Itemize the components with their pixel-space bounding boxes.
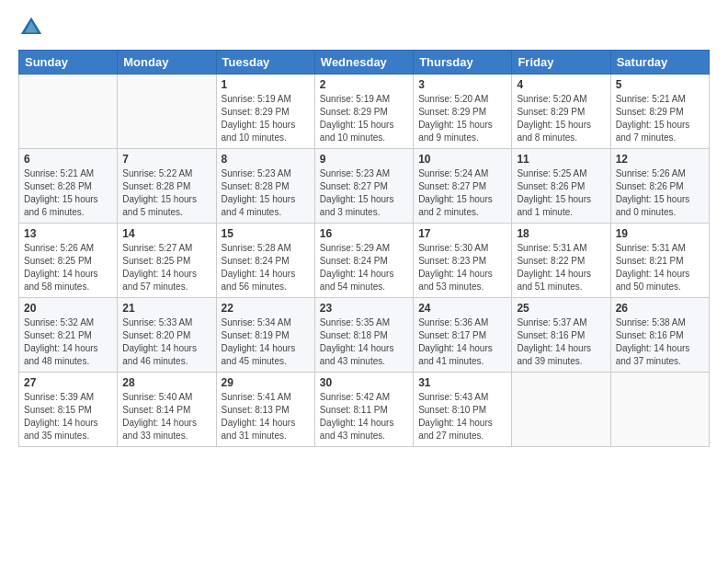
- day-number: 13: [24, 227, 112, 240]
- day-info: Sunrise: 5:21 AM Sunset: 8:28 PM Dayligh…: [24, 167, 112, 219]
- calendar-cell: 26Sunrise: 5:38 AM Sunset: 8:16 PM Dayli…: [610, 298, 709, 373]
- day-info: Sunrise: 5:33 AM Sunset: 8:20 PM Dayligh…: [122, 316, 210, 368]
- calendar-cell: 14Sunrise: 5:27 AM Sunset: 8:25 PM Dayli…: [118, 224, 216, 298]
- day-info: Sunrise: 5:23 AM Sunset: 8:28 PM Dayligh…: [222, 167, 310, 219]
- day-number: 3: [418, 78, 506, 91]
- day-number: 6: [24, 153, 112, 166]
- day-number: 22: [222, 302, 310, 315]
- calendar-cell: 22Sunrise: 5:34 AM Sunset: 8:19 PM Dayli…: [216, 298, 314, 373]
- day-info: Sunrise: 5:24 AM Sunset: 8:27 PM Dayligh…: [418, 167, 506, 219]
- calendar-cell: 28Sunrise: 5:40 AM Sunset: 8:14 PM Dayli…: [118, 373, 216, 447]
- day-number: 8: [222, 153, 310, 166]
- calendar-cell: 3Sunrise: 5:20 AM Sunset: 8:29 PM Daylig…: [414, 75, 512, 149]
- header: [18, 15, 710, 40]
- calendar-cell: 21Sunrise: 5:33 AM Sunset: 8:20 PM Dayli…: [118, 298, 216, 373]
- day-number: 7: [122, 153, 210, 166]
- day-number: 5: [616, 78, 704, 91]
- day-number: 21: [122, 302, 210, 315]
- calendar-cell: 31Sunrise: 5:43 AM Sunset: 8:10 PM Dayli…: [414, 373, 512, 447]
- weekday-header: Friday: [512, 51, 610, 75]
- day-number: 12: [616, 153, 704, 166]
- day-info: Sunrise: 5:30 AM Sunset: 8:23 PM Dayligh…: [418, 242, 506, 293]
- day-number: 24: [418, 302, 506, 315]
- calendar-cell: 27Sunrise: 5:39 AM Sunset: 8:15 PM Dayli…: [19, 373, 118, 447]
- calendar-cell: 2Sunrise: 5:19 AM Sunset: 8:29 PM Daylig…: [314, 75, 413, 149]
- day-info: Sunrise: 5:26 AM Sunset: 8:26 PM Dayligh…: [616, 167, 704, 219]
- day-info: Sunrise: 5:26 AM Sunset: 8:25 PM Dayligh…: [24, 242, 112, 293]
- day-number: 29: [222, 376, 310, 389]
- day-info: Sunrise: 5:32 AM Sunset: 8:21 PM Dayligh…: [24, 316, 112, 368]
- day-number: 19: [616, 227, 704, 240]
- day-info: Sunrise: 5:25 AM Sunset: 8:26 PM Dayligh…: [517, 167, 605, 219]
- day-info: Sunrise: 5:28 AM Sunset: 8:24 PM Dayligh…: [222, 242, 310, 293]
- day-info: Sunrise: 5:43 AM Sunset: 8:10 PM Dayligh…: [418, 391, 506, 442]
- day-number: 9: [320, 153, 408, 166]
- calendar-cell: 12Sunrise: 5:26 AM Sunset: 8:26 PM Dayli…: [610, 149, 709, 224]
- calendar-cell: 10Sunrise: 5:24 AM Sunset: 8:27 PM Dayli…: [414, 149, 512, 224]
- day-number: 15: [222, 227, 310, 240]
- day-number: 30: [320, 376, 408, 389]
- day-number: 4: [517, 78, 605, 91]
- calendar-cell: 25Sunrise: 5:37 AM Sunset: 8:16 PM Dayli…: [512, 298, 610, 373]
- calendar-cell: 5Sunrise: 5:21 AM Sunset: 8:29 PM Daylig…: [610, 75, 709, 149]
- calendar-cell: 29Sunrise: 5:41 AM Sunset: 8:13 PM Dayli…: [216, 373, 314, 447]
- logo: [18, 15, 48, 40]
- weekday-header-row: SundayMondayTuesdayWednesdayThursdayFrid…: [19, 51, 710, 75]
- day-info: Sunrise: 5:31 AM Sunset: 8:22 PM Dayligh…: [517, 242, 605, 293]
- day-number: 27: [24, 376, 112, 389]
- calendar-cell: 17Sunrise: 5:30 AM Sunset: 8:23 PM Dayli…: [414, 224, 512, 298]
- calendar-cell: 16Sunrise: 5:29 AM Sunset: 8:24 PM Dayli…: [314, 224, 413, 298]
- day-info: Sunrise: 5:21 AM Sunset: 8:29 PM Dayligh…: [616, 93, 704, 144]
- day-info: Sunrise: 5:20 AM Sunset: 8:29 PM Dayligh…: [418, 93, 506, 144]
- calendar-cell: 15Sunrise: 5:28 AM Sunset: 8:24 PM Dayli…: [216, 224, 314, 298]
- day-info: Sunrise: 5:29 AM Sunset: 8:24 PM Dayligh…: [320, 242, 408, 293]
- day-info: Sunrise: 5:42 AM Sunset: 8:11 PM Dayligh…: [320, 391, 408, 442]
- calendar-cell: [19, 75, 118, 149]
- calendar-cell: 19Sunrise: 5:31 AM Sunset: 8:21 PM Dayli…: [610, 224, 709, 298]
- day-info: Sunrise: 5:23 AM Sunset: 8:27 PM Dayligh…: [320, 167, 408, 219]
- day-info: Sunrise: 5:38 AM Sunset: 8:16 PM Dayligh…: [616, 316, 704, 368]
- calendar-cell: 6Sunrise: 5:21 AM Sunset: 8:28 PM Daylig…: [19, 149, 118, 224]
- calendar-cell: 11Sunrise: 5:25 AM Sunset: 8:26 PM Dayli…: [512, 149, 610, 224]
- calendar-cell: [512, 373, 610, 447]
- day-number: 23: [320, 302, 408, 315]
- day-info: Sunrise: 5:27 AM Sunset: 8:25 PM Dayligh…: [122, 242, 210, 293]
- day-info: Sunrise: 5:31 AM Sunset: 8:21 PM Dayligh…: [616, 242, 704, 293]
- weekday-header: Thursday: [414, 51, 512, 75]
- weekday-header: Monday: [118, 51, 216, 75]
- calendar-cell: 8Sunrise: 5:23 AM Sunset: 8:28 PM Daylig…: [216, 149, 314, 224]
- day-info: Sunrise: 5:19 AM Sunset: 8:29 PM Dayligh…: [320, 93, 408, 144]
- calendar-cell: 18Sunrise: 5:31 AM Sunset: 8:22 PM Dayli…: [512, 224, 610, 298]
- day-number: 18: [517, 227, 605, 240]
- day-info: Sunrise: 5:41 AM Sunset: 8:13 PM Dayligh…: [222, 391, 310, 442]
- day-number: 31: [418, 376, 506, 389]
- calendar-week-row: 13Sunrise: 5:26 AM Sunset: 8:25 PM Dayli…: [19, 224, 710, 298]
- day-number: 20: [24, 302, 112, 315]
- day-number: 14: [122, 227, 210, 240]
- day-number: 17: [418, 227, 506, 240]
- day-number: 1: [222, 78, 310, 91]
- day-info: Sunrise: 5:34 AM Sunset: 8:19 PM Dayligh…: [222, 316, 310, 368]
- calendar-table: SundayMondayTuesdayWednesdayThursdayFrid…: [18, 50, 710, 447]
- day-info: Sunrise: 5:40 AM Sunset: 8:14 PM Dayligh…: [122, 391, 210, 442]
- calendar-cell: [610, 373, 709, 447]
- day-number: 28: [122, 376, 210, 389]
- day-info: Sunrise: 5:22 AM Sunset: 8:28 PM Dayligh…: [122, 167, 210, 219]
- calendar-cell: 30Sunrise: 5:42 AM Sunset: 8:11 PM Dayli…: [314, 373, 413, 447]
- day-number: 10: [418, 153, 506, 166]
- day-info: Sunrise: 5:36 AM Sunset: 8:17 PM Dayligh…: [418, 316, 506, 368]
- calendar-cell: 24Sunrise: 5:36 AM Sunset: 8:17 PM Dayli…: [414, 298, 512, 373]
- day-number: 25: [517, 302, 605, 315]
- calendar-week-row: 20Sunrise: 5:32 AM Sunset: 8:21 PM Dayli…: [19, 298, 710, 373]
- weekday-header: Sunday: [19, 51, 118, 75]
- day-number: 16: [320, 227, 408, 240]
- logo-icon: [18, 15, 44, 40]
- page: SundayMondayTuesdayWednesdayThursdayFrid…: [0, 0, 728, 563]
- day-number: 11: [517, 153, 605, 166]
- calendar-week-row: 6Sunrise: 5:21 AM Sunset: 8:28 PM Daylig…: [19, 149, 710, 224]
- calendar-week-row: 1Sunrise: 5:19 AM Sunset: 8:29 PM Daylig…: [19, 75, 710, 149]
- calendar-cell: [118, 75, 216, 149]
- day-info: Sunrise: 5:19 AM Sunset: 8:29 PM Dayligh…: [222, 93, 310, 144]
- day-number: 26: [616, 302, 704, 315]
- weekday-header: Wednesday: [314, 51, 413, 75]
